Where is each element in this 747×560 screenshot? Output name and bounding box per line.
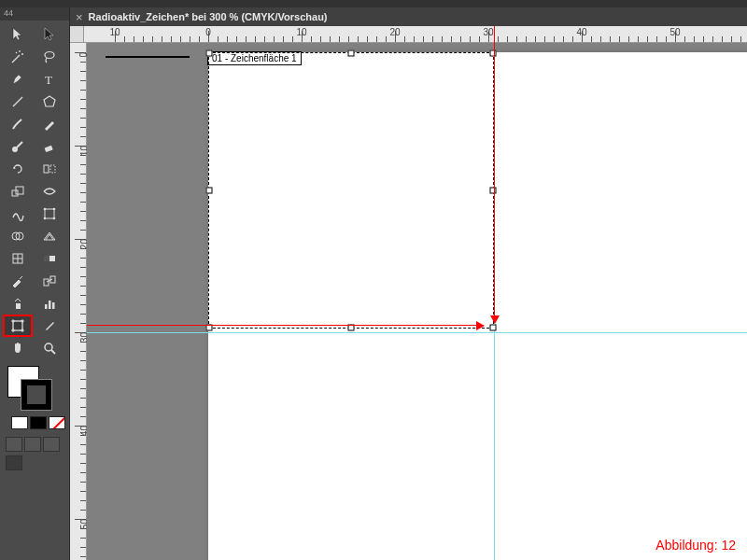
- line-tool[interactable]: [4, 91, 32, 112]
- shape-tool[interactable]: [35, 91, 63, 112]
- annotation-arrow-vertical: [494, 26, 495, 323]
- direct-selection-tool[interactable]: [35, 24, 63, 45]
- document-title: Radioaktiv_Zeichen* bei 300 % (CMYK/Vors…: [89, 11, 328, 22]
- svg-rect-29: [13, 321, 22, 330]
- drawn-line-object[interactable]: [106, 56, 190, 58]
- pen-tool[interactable]: [4, 69, 32, 90]
- ruler-origin[interactable]: [70, 26, 84, 43]
- horizontal-ruler[interactable]: 1001020304050: [84, 26, 747, 43]
- magic-wand-tool[interactable]: [4, 47, 32, 67]
- svg-rect-22: [44, 279, 49, 286]
- warp-tool[interactable]: [4, 203, 32, 224]
- slice-tool[interactable]: [35, 315, 63, 336]
- selection-tool[interactable]: [4, 24, 32, 45]
- svg-line-39: [51, 350, 55, 354]
- selection-handle-n[interactable]: [348, 50, 355, 57]
- draw-behind-button[interactable]: [24, 437, 41, 452]
- scale-tool[interactable]: [4, 181, 32, 202]
- svg-rect-21: [44, 256, 49, 261]
- paintbrush-tool[interactable]: [4, 114, 32, 134]
- hand-tool[interactable]: [4, 338, 32, 358]
- drawing-mode-row: [0, 435, 69, 454]
- eyedropper-tool[interactable]: [4, 271, 32, 291]
- annotation-arrow-horizontal: [87, 325, 484, 326]
- mesh-tool[interactable]: [4, 248, 32, 269]
- tools-panel: 44 T: [0, 7, 70, 560]
- svg-point-11: [44, 208, 47, 211]
- selection-handle-se[interactable]: [490, 325, 497, 331]
- reflect-tool[interactable]: [35, 159, 63, 179]
- svg-rect-25: [16, 303, 21, 309]
- svg-point-12: [53, 208, 56, 211]
- selection-handle-nw[interactable]: [206, 50, 213, 57]
- blob-brush-tool[interactable]: [4, 136, 32, 157]
- svg-rect-26: [45, 304, 48, 309]
- svg-rect-7: [50, 165, 55, 173]
- svg-point-38: [45, 343, 52, 351]
- zoom-tool[interactable]: [35, 338, 63, 358]
- svg-rect-6: [44, 165, 49, 173]
- selection-handle-e[interactable]: [490, 188, 497, 194]
- color-swatches: [0, 362, 69, 418]
- svg-text:T: T: [45, 73, 52, 87]
- eraser-tool[interactable]: [35, 136, 63, 157]
- horizontal-guide[interactable]: [87, 332, 747, 333]
- app-topbar: [0, 0, 747, 7]
- selection-handle-ne[interactable]: [490, 50, 497, 57]
- type-tool[interactable]: T: [35, 69, 63, 90]
- canvas-area[interactable]: 01 - Zeichenfläche 1 Abbildung: 12: [87, 43, 747, 560]
- color-mode-solid[interactable]: [11, 416, 28, 429]
- tools-grid: T: [0, 21, 69, 362]
- screen-mode-row: [0, 454, 69, 472]
- draw-normal-button[interactable]: [6, 437, 22, 452]
- column-graph-tool[interactable]: [35, 293, 63, 314]
- width-tool[interactable]: [35, 181, 63, 202]
- svg-marker-3: [44, 96, 55, 106]
- pencil-tool[interactable]: [35, 114, 63, 134]
- svg-rect-5: [45, 146, 53, 152]
- blend-tool[interactable]: [35, 271, 63, 291]
- svg-rect-10: [45, 209, 54, 218]
- selection-handle-w[interactable]: [206, 188, 213, 194]
- shape-builder-tool[interactable]: [4, 226, 32, 246]
- color-mode-none[interactable]: [49, 416, 65, 429]
- figure-caption: Abbildung: 12: [655, 538, 736, 553]
- rotate-tool[interactable]: [4, 159, 32, 179]
- svg-rect-27: [49, 301, 51, 309]
- document-tab-bar: × Radioaktiv_Zeichen* bei 300 % (CMYK/Vo…: [70, 7, 747, 26]
- screen-mode-button[interactable]: [6, 455, 22, 470]
- free-transform-tool[interactable]: [35, 203, 63, 224]
- color-mode-gradient[interactable]: [30, 416, 47, 429]
- draw-inside-button[interactable]: [43, 437, 60, 452]
- gradient-tool[interactable]: [35, 248, 63, 269]
- artboard-tool[interactable]: [4, 315, 32, 336]
- svg-point-0: [45, 52, 54, 59]
- svg-rect-28: [52, 302, 55, 309]
- vertical-ruler[interactable]: 010203040506070: [70, 43, 87, 560]
- stroke-color-swatch[interactable]: [21, 379, 52, 411]
- close-tab-button[interactable]: ×: [76, 10, 83, 24]
- artboard-selection: [208, 52, 494, 329]
- lasso-tool[interactable]: [35, 47, 63, 67]
- svg-rect-8: [12, 190, 18, 196]
- svg-line-2: [13, 97, 22, 106]
- symbol-sprayer-tool[interactable]: [4, 293, 32, 314]
- tools-panel-header: 44: [0, 7, 69, 21]
- svg-point-13: [44, 217, 47, 220]
- svg-point-14: [53, 217, 56, 220]
- perspective-grid-tool[interactable]: [35, 226, 63, 246]
